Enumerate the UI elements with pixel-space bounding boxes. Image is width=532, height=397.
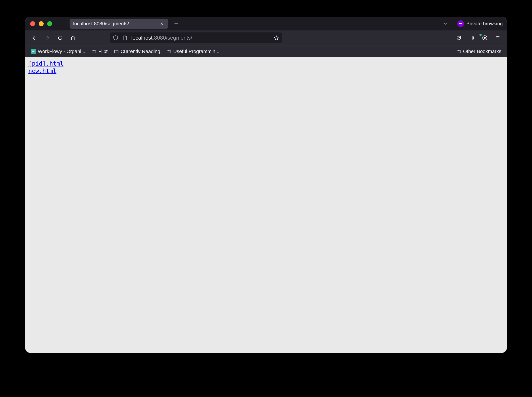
- firefox-view-button[interactable]: [479, 32, 490, 43]
- tab-close-button[interactable]: [159, 21, 165, 26]
- forward-button[interactable]: [42, 32, 53, 43]
- hamburger-icon: [495, 35, 500, 40]
- star-icon: [274, 35, 279, 41]
- folder-icon: [166, 49, 171, 54]
- tab-strip: localhost:8080/segments/ Private browsin…: [25, 17, 507, 31]
- private-browsing-label: Private browsing: [466, 21, 503, 27]
- url-host: localhost: [131, 35, 153, 41]
- bookmark-label: Useful Programmin...: [173, 49, 220, 54]
- bookmark-label: WorkFlowy - Organi...: [38, 49, 85, 54]
- private-browsing-indicator: Private browsing: [457, 20, 503, 27]
- window-close-button[interactable]: [30, 21, 35, 26]
- mask-icon: [457, 20, 464, 27]
- home-icon: [70, 35, 76, 41]
- chevron-down-icon: [443, 21, 448, 26]
- bookmark-folder-flipt[interactable]: Flipt: [89, 48, 110, 55]
- shield-icon[interactable]: [113, 35, 119, 41]
- arrow-left-icon: [31, 35, 37, 41]
- bookmarks-toolbar: WorkFlowy - Organi... Flipt Currently Re…: [25, 45, 507, 57]
- browser-window: localhost:8080/segments/ Private browsin…: [25, 17, 507, 353]
- window-controls: [30, 21, 52, 26]
- window-maximize-button[interactable]: [47, 21, 52, 26]
- pocket-icon: [456, 35, 462, 41]
- library-button[interactable]: [466, 32, 477, 43]
- close-icon: [160, 22, 164, 25]
- firefox-view-icon: [482, 35, 488, 41]
- favicon-icon: [31, 49, 36, 54]
- bookmark-label: Flipt: [98, 49, 108, 54]
- application-menu-button[interactable]: [492, 32, 503, 43]
- navigation-toolbar: localhost:8080/segments/: [25, 31, 507, 45]
- new-tab-button[interactable]: [172, 20, 180, 28]
- folder-icon: [92, 49, 96, 54]
- bookmark-label: Currently Reading: [121, 49, 160, 54]
- back-button[interactable]: [29, 32, 40, 43]
- folder-icon: [114, 49, 119, 54]
- bookmark-folder-useful-programming[interactable]: Useful Programmin...: [164, 48, 222, 55]
- url-path: :8080/segments/: [153, 35, 192, 41]
- plus-icon: [174, 21, 178, 26]
- reload-icon: [57, 35, 63, 41]
- svg-point-1: [484, 37, 486, 39]
- directory-link[interactable]: new.html: [28, 68, 56, 74]
- url-text: localhost:8080/segments/: [131, 35, 270, 41]
- address-bar[interactable]: localhost:8080/segments/: [110, 32, 282, 43]
- reload-button[interactable]: [55, 32, 66, 43]
- page-info-icon[interactable]: [122, 35, 128, 41]
- other-bookmarks-button[interactable]: Other Bookmarks: [454, 48, 504, 55]
- bookmark-label: Other Bookmarks: [463, 49, 501, 54]
- browser-tab[interactable]: localhost:8080/segments/: [70, 19, 168, 29]
- window-minimize-button[interactable]: [39, 21, 44, 26]
- bookmark-item-workflowy[interactable]: WorkFlowy - Organi...: [28, 48, 87, 55]
- notification-dot-icon: [479, 34, 482, 36]
- bookmark-folder-currently-reading[interactable]: Currently Reading: [112, 48, 162, 55]
- directory-listing: [pid].html new.html: [28, 60, 504, 74]
- tab-title: localhost:8080/segments/: [73, 21, 129, 27]
- directory-link[interactable]: [pid].html: [28, 60, 64, 67]
- save-to-pocket-button[interactable]: [453, 32, 464, 43]
- list-all-tabs-button[interactable]: [441, 20, 449, 28]
- page-viewport: [pid].html new.html: [25, 57, 507, 353]
- home-button[interactable]: [68, 32, 79, 43]
- arrow-right-icon: [44, 35, 50, 41]
- bookmark-star-button[interactable]: [273, 35, 279, 41]
- library-icon: [469, 35, 475, 41]
- folder-icon: [456, 49, 461, 54]
